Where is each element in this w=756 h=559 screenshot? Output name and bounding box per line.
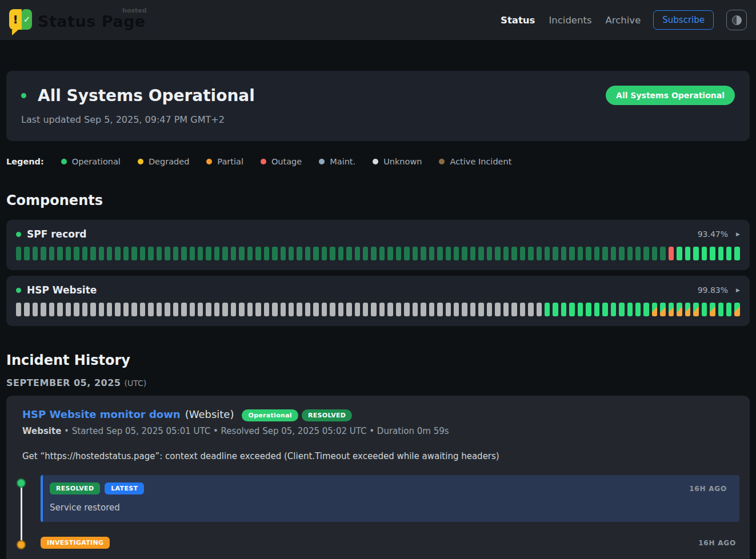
uptime-bar-empty[interactable] xyxy=(396,303,401,316)
uptime-bar-up[interactable] xyxy=(702,247,707,260)
uptime-bar-empty[interactable] xyxy=(322,303,327,316)
uptime-bar-empty[interactable] xyxy=(49,303,54,316)
uptime-bar-dim[interactable] xyxy=(511,247,517,260)
uptime-bar-empty[interactable] xyxy=(99,303,104,316)
uptime-bar-up[interactable] xyxy=(578,303,583,316)
uptime-bar-dim[interactable] xyxy=(627,247,633,260)
uptime-bar-dim[interactable] xyxy=(346,247,351,260)
uptime-bar-dim[interactable] xyxy=(421,247,426,260)
uptime-bar-empty[interactable] xyxy=(462,303,467,316)
uptime-bar-dim[interactable] xyxy=(74,247,79,260)
uptime-bar-dim[interactable] xyxy=(305,247,310,260)
uptime-bar-dim[interactable] xyxy=(495,247,500,260)
uptime-bar-dim[interactable] xyxy=(594,247,599,260)
uptime-bar-empty[interactable] xyxy=(537,303,542,316)
uptime-bar-empty[interactable] xyxy=(371,303,376,316)
theme-toggle-button[interactable] xyxy=(726,10,747,30)
uptime-bar-dim[interactable] xyxy=(569,247,574,260)
expand-arrow-icon[interactable]: ▶ xyxy=(736,231,740,237)
incident-title-link[interactable]: HSP Website monitor down xyxy=(22,408,181,420)
uptime-bar-dim[interactable] xyxy=(413,247,418,260)
uptime-bar-empty[interactable] xyxy=(520,303,525,316)
uptime-bar-dim[interactable] xyxy=(313,247,318,260)
uptime-bar-empty[interactable] xyxy=(24,303,29,316)
uptime-bar-empty[interactable] xyxy=(511,303,517,316)
uptime-bar-dim[interactable] xyxy=(561,247,566,260)
nav-item-incidents[interactable]: Incidents xyxy=(549,15,591,26)
uptime-bar-empty[interactable] xyxy=(173,303,178,316)
uptime-bar-dim[interactable] xyxy=(553,247,558,260)
uptime-bar-empty[interactable] xyxy=(190,303,195,316)
uptime-bar-up[interactable] xyxy=(594,303,599,316)
uptime-bar-empty[interactable] xyxy=(330,303,335,316)
uptime-bar-dim[interactable] xyxy=(82,247,87,260)
uptime-bar-dim[interactable] xyxy=(157,247,162,260)
uptime-bar-dim[interactable] xyxy=(404,247,409,260)
uptime-bar-mixed[interactable] xyxy=(677,303,682,316)
uptime-bar-empty[interactable] xyxy=(429,303,434,316)
uptime-bar-dim[interactable] xyxy=(272,247,277,260)
uptime-bar-empty[interactable] xyxy=(140,303,145,316)
uptime-bar-dim[interactable] xyxy=(437,247,442,260)
uptime-bar-dim[interactable] xyxy=(371,247,376,260)
nav-item-status[interactable]: Status xyxy=(501,15,535,26)
uptime-bar-dim[interactable] xyxy=(330,247,335,260)
uptime-bar-empty[interactable] xyxy=(33,303,38,316)
uptime-bar-dim[interactable] xyxy=(619,247,624,260)
uptime-bar-dim[interactable] xyxy=(190,247,195,260)
uptime-bar-empty[interactable] xyxy=(247,303,253,316)
uptime-bar-empty[interactable] xyxy=(57,303,62,316)
uptime-bar-dim[interactable] xyxy=(289,247,294,260)
uptime-bar-dim[interactable] xyxy=(363,247,368,260)
uptime-bar-empty[interactable] xyxy=(198,303,203,316)
uptime-bar-up[interactable] xyxy=(734,247,739,260)
subscribe-button[interactable]: Subscribe xyxy=(653,10,714,30)
uptime-bar-empty[interactable] xyxy=(264,303,269,316)
uptime-bar-dim[interactable] xyxy=(264,247,269,260)
uptime-bar-dim[interactable] xyxy=(396,247,401,260)
uptime-bar-empty[interactable] xyxy=(305,303,310,316)
uptime-bar-empty[interactable] xyxy=(74,303,79,316)
uptime-bar-empty[interactable] xyxy=(297,303,302,316)
uptime-bar-dim[interactable] xyxy=(578,247,583,260)
uptime-bar-dim[interactable] xyxy=(255,247,261,260)
uptime-bar-empty[interactable] xyxy=(115,303,120,316)
uptime-bar-dim[interactable] xyxy=(602,247,607,260)
uptime-bar-empty[interactable] xyxy=(413,303,418,316)
uptime-bar-up[interactable] xyxy=(602,303,607,316)
uptime-bar-dim[interactable] xyxy=(545,247,550,260)
uptime-bar-dim[interactable] xyxy=(33,247,38,260)
uptime-bar-dim[interactable] xyxy=(165,247,170,260)
uptime-bar-up[interactable] xyxy=(685,247,690,260)
uptime-bar-up[interactable] xyxy=(561,303,566,316)
uptime-bar-dim[interactable] xyxy=(231,247,236,260)
uptime-bar-dim[interactable] xyxy=(660,247,665,260)
uptime-bar-dim[interactable] xyxy=(520,247,525,260)
uptime-bar-outage[interactable] xyxy=(669,247,674,260)
uptime-bar-dim[interactable] xyxy=(90,247,95,260)
uptime-bar-dim[interactable] xyxy=(57,247,62,260)
uptime-bar-empty[interactable] xyxy=(404,303,409,316)
uptime-bar-empty[interactable] xyxy=(272,303,277,316)
uptime-bar-empty[interactable] xyxy=(528,303,533,316)
uptime-bar-up[interactable] xyxy=(586,303,591,316)
uptime-bar-empty[interactable] xyxy=(355,303,360,316)
uptime-bar-empty[interactable] xyxy=(165,303,170,316)
uptime-bar-dim[interactable] xyxy=(322,247,327,260)
uptime-bar-empty[interactable] xyxy=(487,303,492,316)
uptime-bar-dim[interactable] xyxy=(24,247,29,260)
uptime-bar-empty[interactable] xyxy=(313,303,318,316)
uptime-bar-mixed[interactable] xyxy=(660,303,665,316)
uptime-bar-empty[interactable] xyxy=(338,303,343,316)
uptime-bar-mixed[interactable] xyxy=(710,303,715,316)
uptime-bar-empty[interactable] xyxy=(41,303,46,316)
uptime-bar-mixed[interactable] xyxy=(652,303,657,316)
uptime-bar-dim[interactable] xyxy=(66,247,71,260)
uptime-bar-dim[interactable] xyxy=(586,247,591,260)
uptime-bar-empty[interactable] xyxy=(123,303,129,316)
uptime-bar-dim[interactable] xyxy=(49,247,54,260)
nav-item-archive[interactable]: Archive xyxy=(606,15,641,26)
uptime-bar-up[interactable] xyxy=(643,303,649,316)
uptime-bar-dim[interactable] xyxy=(379,247,385,260)
uptime-bar-mixed[interactable] xyxy=(734,303,739,316)
